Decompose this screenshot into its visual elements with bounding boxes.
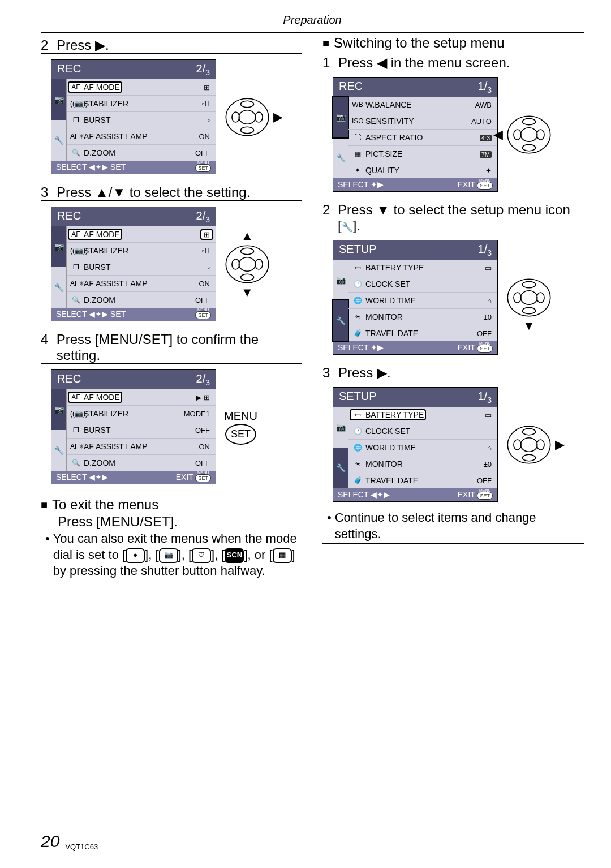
menu-row: AFAF MODE▶ ⊞ (67, 389, 216, 405)
menu-row: ⛶ASPECT RATIO4:3 (348, 129, 497, 145)
menu-row-value: OFF (475, 476, 494, 485)
menu-row-icon: 🔍 (70, 149, 81, 157)
camera-icon: 📷 (333, 407, 348, 448)
wrench-icon: 🔧 (51, 267, 66, 308)
menu-row-value: OFF (193, 426, 212, 435)
footer-left: SELECT ✦▶ (338, 180, 384, 190)
menu-row-icon: ▭ (352, 411, 363, 419)
menu-title: REC (339, 80, 363, 94)
menu-row-icon: 🧳 (352, 476, 363, 484)
menu-row-icon: ❐ (70, 263, 81, 271)
footer-right: EXIT SET (458, 490, 493, 500)
menu-row: 🔍D.ZOOMOFF (67, 144, 216, 161)
menu-row-icon: ▭ (352, 264, 363, 272)
step-text: Press ◀ in the menu screen. (338, 55, 510, 71)
menu-row-label: 🕐CLOCK SET (351, 427, 411, 436)
menu-row-value: ⌂ (485, 297, 494, 305)
rec-menu-1-3: REC1/3 📷 🔧 WBW.BALANCEAWBISOSENSITIVITYA… (333, 77, 498, 192)
right-arrow-icon: ▶ (555, 437, 565, 452)
menu-row-label: ((📷))STABILIZER (69, 409, 130, 418)
menu-row-label: ▭BATTERY TYPE (351, 263, 425, 272)
mode-scn-icon: SCN (225, 548, 244, 563)
menu-row-label: AFAF MODE (69, 393, 121, 402)
menu-row-value: MODE1 (182, 410, 212, 418)
menu-row-label: ⛶ASPECT RATIO (351, 133, 424, 142)
menu-row-value: ±0 (481, 313, 494, 321)
menu-row-label: 🔍D.ZOOM (69, 295, 117, 304)
menu-row-value: ▶ ⊞ (193, 393, 212, 402)
menu-row: ISOSENSITIVITYAUTO (348, 113, 497, 129)
wrench-icon: 🔧 (333, 300, 348, 341)
menu-row: 🌐WORLD TIME⌂ (348, 292, 497, 308)
footer-right: EXIT SET (176, 472, 211, 482)
menu-row: ((📷))STABILIZER▫H (67, 242, 216, 259)
footer-left: SELECT ◀✦▶ (56, 472, 108, 482)
menu-row: 🕐CLOCK SET (348, 423, 497, 439)
rule (322, 543, 584, 544)
menu-row-label: AFAF MODE (69, 230, 121, 239)
camera-icon: 📷 (51, 389, 66, 430)
footer-left: SELECT ◀✦▶ (338, 490, 390, 500)
menu-row-icon: ❐ (70, 116, 81, 124)
menu-row-value: ON (197, 442, 213, 451)
menu-row-label: 🔍D.ZOOM (69, 458, 117, 467)
menu-row-label: 🧳TRAVEL DATE (351, 476, 419, 485)
right-step-2: 2 Press ▼ to select the setup menu icon … (322, 202, 584, 234)
menu-page: 2/3 (196, 209, 210, 224)
menu-row-icon: AF (70, 393, 81, 401)
menu-page: 2/3 (196, 372, 210, 387)
menu-row-label: AF✳AF ASSIST LAMP (69, 279, 149, 288)
menu-row: 🧳TRAVEL DATEOFF (348, 325, 497, 341)
menu-row: ▭BATTERY TYPE▭ (348, 407, 497, 423)
menu-page: 2/3 (196, 62, 210, 77)
menu-row-icon: 🔍 (70, 296, 81, 304)
menu-row: 🧳TRAVEL DATEOFF (348, 472, 497, 488)
menu-row: ☀MONITOR±0 (348, 456, 497, 472)
menu-row-icon: ((📷)) (70, 100, 81, 108)
footer-left: SELECT ◀✦▶ SET (56, 162, 126, 172)
step-text: Press [MENU/SET] to confirm the setting. (57, 332, 302, 363)
menu-row-label: ((📷))STABILIZER (69, 246, 130, 255)
rec-menu-2-3-b: REC2/3 📷 🔧 AFAF MODE⊞((📷))STABILIZER▫H❐B… (51, 207, 216, 321)
page-footer: 20 VQT1C63 (41, 820, 584, 851)
menu-title: REC (57, 62, 81, 77)
menu-row-value: ▭ (483, 264, 494, 272)
mode-icon: ♡ (192, 548, 211, 563)
camera-icon: 📷 (51, 226, 66, 267)
wrench-icon: 🔧 (333, 137, 348, 178)
menu-row: 🌐WORLD TIME⌂ (348, 439, 497, 456)
menu-row-value: ⊞ (201, 230, 212, 239)
menu-row: AF✳AF ASSIST LAMPON (67, 275, 216, 291)
menu-row-label: 🌐WORLD TIME (351, 296, 417, 305)
menu-row-icon: 🌐 (352, 444, 363, 452)
dpad-illustration: ▼ (506, 274, 552, 321)
setup-menu-1-3-b: SETUP1/3 📷 🔧 ▭BATTERY TYPE▭🕐CLOCK SET🌐WO… (333, 387, 498, 502)
menu-row: AFAF MODE⊞ (67, 79, 216, 95)
step-text: Press ▼ to select the setup menu icon [🔧… (338, 202, 584, 234)
menu-page: 1/3 (478, 243, 492, 257)
menu-row-label: AF✳AF ASSIST LAMP (69, 442, 149, 451)
menu-row-icon: 🧳 (352, 329, 363, 337)
wrench-icon: 🔧 (51, 430, 66, 471)
step-number: 1 (322, 55, 333, 71)
menu-row-value: 7M (477, 150, 494, 158)
menu-row: ((📷))STABILIZER▫H (67, 95, 216, 111)
menu-row-icon: AF (70, 230, 81, 238)
menu-row-label: ▦PICT.SIZE (351, 149, 403, 158)
step-4: 4 Press [MENU/SET] to confirm the settin… (41, 332, 302, 364)
menu-row-label: ❐BURST (69, 263, 111, 272)
menu-page: 1/3 (478, 80, 492, 94)
menu-row-icon: WB (352, 101, 363, 109)
footer-right: EXIT SET (458, 180, 493, 190)
step-number: 2 (322, 202, 332, 218)
menu-row-value: ▭ (483, 411, 494, 419)
menu-row-label: 🧳TRAVEL DATE (351, 329, 419, 338)
menu-row-icon: ((📷)) (70, 247, 81, 255)
menu-row-icon: AF (70, 83, 81, 91)
menu-row: AF✳AF ASSIST LAMPON (67, 128, 216, 144)
menu-row-value: ⊞ (201, 83, 212, 92)
menu-row-label: 🕐CLOCK SET (351, 280, 411, 289)
step-number: 3 (41, 184, 51, 200)
menu-row: ▭BATTERY TYPE▭ (348, 260, 497, 276)
menu-row: 🕐CLOCK SET (348, 276, 497, 292)
